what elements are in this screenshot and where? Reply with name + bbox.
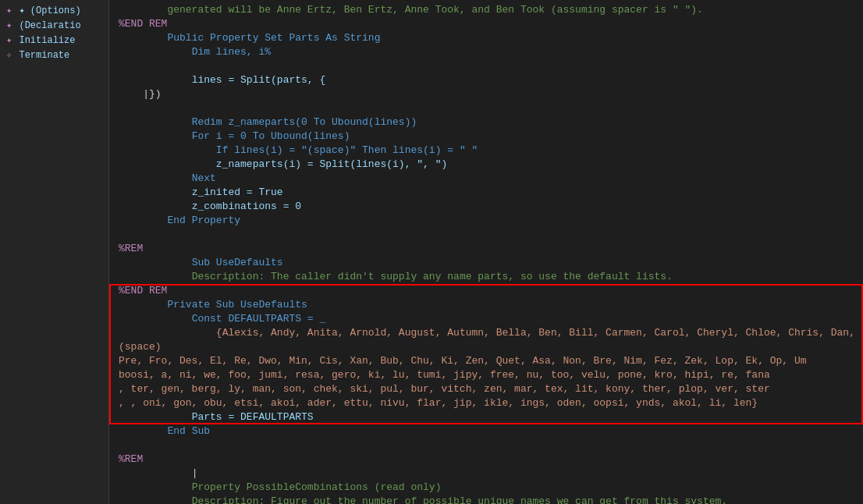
code-token: | (192, 467, 198, 481)
code-token: Redim z_nameparts(0 To Ubound(lines)) (192, 115, 417, 130)
code-token (119, 410, 192, 424)
code-line: %REM (109, 453, 863, 467)
code-token (119, 214, 167, 228)
code-token (119, 73, 192, 87)
code-token: Const DEFAULTPARTS = _ (192, 312, 326, 326)
code-token: %END REM (119, 17, 167, 31)
code-line: %REM (109, 242, 863, 256)
code-token (119, 467, 192, 481)
code-token (119, 87, 143, 101)
code-line: (space) (109, 340, 863, 354)
code-line: Const DEFAULTPARTS = _ (109, 312, 863, 326)
sidebar-item-label: Initialize (19, 35, 75, 46)
sidebar-item-terminate[interactable]: ✧ Terminate (0, 48, 108, 62)
code-token: End Property (167, 214, 240, 228)
arrow-icon: ✦ (6, 5, 12, 16)
code-token: Description: Figure out the number of po… (192, 495, 728, 504)
code-token: lines = Split(parts, { (192, 73, 326, 87)
code-token: z_combinations = 0 (192, 200, 301, 214)
code-token: z_nameparts(i) = Split(lines(i), ", ") (216, 158, 447, 172)
code-token: Next (192, 172, 216, 186)
code-line: , ter, gen, berg, ly, man, son, chek, sk… (109, 382, 863, 396)
code-line: Property PossibleCombinations (read only… (109, 481, 863, 495)
code-line: %END REM (109, 17, 863, 31)
red-box-section: %END REM Private Sub UseDefaults Const D… (109, 284, 863, 424)
code-token: {Alexis, Andy, Anita, Arnold, August, Au… (216, 326, 863, 340)
sidebar-item-initialize[interactable]: ✦ Initialize (0, 33, 108, 48)
code-token: Public Property Set Parts As String (167, 31, 380, 45)
code-token: Pre, Fro, Des, El, Re, Dwo, Min, Cis, Xa… (119, 354, 807, 368)
code-token: , , oni, gon, obu, etsi, akoi, ader, ett… (119, 396, 758, 410)
code-line: | (109, 467, 863, 481)
code-line: If lines(i) = "(space)" Then lines(i) = … (109, 144, 863, 158)
code-line: Description: The caller didn't supply an… (109, 270, 863, 284)
code-token: Parts = DEFAULTPARTS (192, 410, 314, 424)
sidebar-item-label: Terminate (19, 50, 69, 61)
code-token (119, 495, 192, 504)
code-token: |}) (143, 87, 161, 101)
arrow-icon: ✧ (6, 50, 12, 61)
code-line: z_combinations = 0 (109, 200, 863, 214)
arrow-icon: ✦ (6, 20, 12, 31)
code-token: Dim lines, i% (192, 45, 271, 59)
code-token: , ter, gen, berg, ly, man, son, chek, sk… (119, 382, 770, 396)
code-token (119, 158, 216, 172)
code-line (109, 438, 863, 453)
code-line: Redim z_nameparts(0 To Ubound(lines)) (109, 115, 863, 130)
code-line: For i = 0 To Ubound(lines) (109, 130, 863, 144)
code-line: generated will be Anne Ertz, Ben Ertz, A… (109, 3, 863, 17)
code-token: For i = 0 To Ubound(lines) (192, 130, 350, 144)
code-line: Parts = DEFAULTPARTS (109, 410, 863, 424)
code-token (119, 144, 216, 158)
code-token: generated will be Anne Ertz, Ben Ertz, A… (119, 3, 703, 17)
sidebar-item-label: (Declaratio (19, 20, 80, 31)
sidebar-item-options[interactable]: ✦ ✦ (Options) (0, 3, 108, 18)
code-token (119, 326, 216, 340)
code-token: Sub UseDefaults (192, 256, 283, 270)
code-token (119, 172, 192, 186)
code-line: Public Property Set Parts As String (109, 31, 863, 45)
code-token (119, 115, 192, 130)
code-token (119, 186, 192, 200)
code-token: Description: The caller didn't supply an… (192, 270, 673, 284)
code-content: generated will be Anne Ertz, Ben Ertz, A… (109, 3, 863, 504)
code-token: (space) (119, 340, 162, 354)
code-line: End Property (109, 214, 863, 228)
code-token (119, 45, 192, 59)
code-token: %REM (119, 242, 143, 256)
code-token (119, 424, 167, 438)
code-line: Sub UseDefaults (109, 256, 863, 270)
code-token (119, 130, 192, 144)
code-token (119, 298, 167, 312)
code-line: |}) (109, 87, 863, 101)
code-token: %REM (119, 453, 143, 467)
code-token: If lines(i) = "(space)" Then lines(i) = … (216, 144, 478, 158)
code-token (119, 200, 192, 214)
code-line: Pre, Fro, Des, El, Re, Dwo, Min, Cis, Xa… (109, 354, 863, 368)
code-line (109, 59, 863, 73)
code-line: End Sub (109, 424, 863, 438)
code-line: %END REM (109, 284, 863, 298)
sidebar-item-declarations[interactable]: ✦ (Declaratio (0, 18, 108, 33)
code-line: , , oni, gon, obu, etsi, akoi, ader, ett… (109, 396, 863, 410)
code-token (119, 256, 192, 270)
code-token (119, 31, 167, 45)
code-line: Private Sub UseDefaults (109, 298, 863, 312)
code-token: %END REM (119, 284, 167, 298)
code-token: Private Sub UseDefaults (167, 298, 307, 312)
code-editor: generated will be Anne Ertz, Ben Ertz, A… (109, 0, 863, 504)
code-line: Description: Figure out the number of po… (109, 495, 863, 504)
code-line (109, 228, 863, 242)
code-token: Property PossibleCombinations (read only… (192, 481, 442, 495)
code-line: z_inited = True (109, 186, 863, 200)
sidebar: ✦ ✦ (Options) ✦ (Declaratio ✦ Initialize… (0, 0, 109, 504)
code-line: z_nameparts(i) = Split(lines(i), ", ") (109, 158, 863, 172)
arrow-icon: ✦ (6, 35, 12, 46)
code-token: z_inited = True (192, 186, 283, 200)
code-token (119, 481, 192, 495)
code-line (109, 101, 863, 115)
code-line: Dim lines, i% (109, 45, 863, 59)
code-token: boosi, a, ni, we, foo, jumi, resa, gero,… (119, 368, 770, 382)
code-line: lines = Split(parts, { (109, 73, 863, 87)
code-token (119, 312, 192, 326)
